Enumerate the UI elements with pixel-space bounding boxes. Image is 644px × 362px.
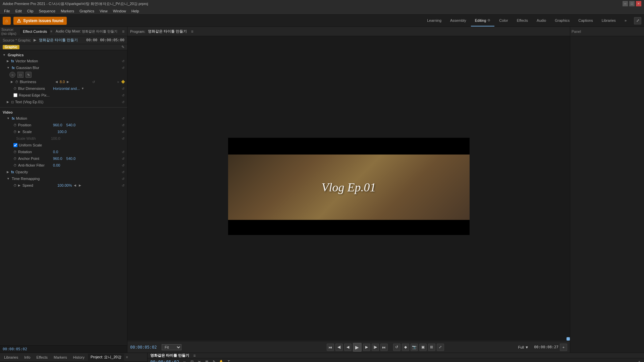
blur-dim-stopwatch[interactable]: ⏱ [13,87,17,90]
play-fwd-btn[interactable]: ▶ [363,344,370,351]
rotation-reset[interactable]: ↺ [122,150,124,154]
blurriness-stopwatch[interactable]: ⏱ [15,80,18,84]
position-x[interactable]: 960.0 [53,123,62,127]
tab-editing[interactable]: Editing ⚙ [471,15,495,26]
tab-graphics[interactable]: Graphics [551,15,574,26]
pos-stopwatch[interactable]: ⏱ [13,123,17,127]
menu-help[interactable]: Help [129,8,142,14]
text-reset[interactable]: ↺ [122,100,124,104]
camera-btn[interactable]: 📷 [411,344,418,351]
slip-tool[interactable]: ⊞ [203,358,210,362]
timeline-time-display[interactable]: 00:00:05:02 [149,359,180,362]
pen-tool[interactable]: ✎ [211,358,217,362]
system-issues-button[interactable]: ⚠ System issues found [13,17,67,25]
blurriness-reset[interactable]: ↺ [92,80,95,84]
menu-edit[interactable]: Edit [13,8,24,14]
maximize-panel-button[interactable]: ⤢ [634,17,641,24]
tab-libraries[interactable]: Libraries [598,15,620,26]
minimize-button[interactable]: ─ [623,1,628,6]
tab-learning[interactable]: Learning [423,15,445,26]
anchor-stopwatch[interactable]: ⏱ [13,157,17,161]
maximize-button[interactable]: □ [629,1,635,6]
blurriness-prev[interactable]: ◀ [55,80,58,83]
menu-graphics[interactable]: Graphics [77,8,97,14]
scale-value[interactable]: 100.0 [57,130,67,134]
marker-btn[interactable]: ◆ [402,344,409,351]
play-back-btn[interactable]: ◀ [344,344,352,351]
blurriness-extra[interactable]: » [117,80,119,84]
rotation-value[interactable]: 0.0 [53,150,58,154]
hand-tool[interactable]: ✋ [218,358,225,362]
tab-history[interactable]: History [70,354,87,360]
position-reset[interactable]: ↺ [122,123,124,127]
clip-edit-icon[interactable]: ✎ [121,45,124,49]
export-frame-btn[interactable]: ▣ [419,344,427,351]
home-icon[interactable]: ⌂ [3,17,11,25]
monitor-timebar-cursor[interactable] [567,337,570,341]
add-track-btn[interactable]: + [636,358,643,362]
timeline-menu-icon[interactable]: ≡ [193,353,196,358]
menu-markers[interactable]: Markers [58,8,77,14]
play-btn[interactable]: ▶ [353,343,362,352]
speed-next[interactable]: ▶ [78,184,82,187]
pen-shape-btn[interactable]: ✎ [25,72,32,78]
razor-tool[interactable]: ✂ [196,358,203,362]
scale-stopwatch[interactable]: ⏱ [13,130,17,134]
ripple-edit-tool[interactable]: ⊡ [189,358,195,362]
rot-stopwatch[interactable]: ⏱ [13,150,17,154]
opacity-reset[interactable]: ↺ [122,170,124,174]
rect-shape-btn[interactable]: □ [17,72,23,78]
source-name[interactable]: 영화같은 타이틀 만들기 [39,38,78,43]
uniform-scale-checkbox[interactable] [13,143,17,147]
go-to-end-btn[interactable]: ⏭ [380,344,388,351]
go-to-start-btn[interactable]: ⏮ [327,344,334,351]
fit-dropdown[interactable]: Fit 25% 50% 100% [162,344,181,350]
menu-window[interactable]: Window [110,8,129,14]
current-time-left-panel[interactable]: 00:00:05:02 [0,345,127,353]
anchor-reset[interactable]: ↺ [122,157,124,161]
anchor-x[interactable]: 960.0 [53,157,62,161]
speed-reset[interactable]: ↺ [122,184,124,187]
blur-dimensions-value[interactable]: Horizontal and... [53,86,80,90]
loop-btn[interactable]: ↺ [393,344,400,351]
blurriness-value[interactable]: 8.0 [60,80,65,84]
tab-effects[interactable]: Effects [34,354,50,360]
tab-audio[interactable]: Audio [533,15,550,26]
gaussian-reset[interactable]: ↺ [122,66,124,70]
tab-project[interactable]: Project: 요니_20강 [88,354,124,361]
settings-btn[interactable]: ⊞ [428,344,435,351]
fx-opacity[interactable]: ▶ fx Opacity ↺ [0,169,127,175]
fullscreen-btn[interactable]: ⤢ [437,344,444,351]
step-fwd-frame-btn[interactable]: |▶ [372,344,379,351]
fx-group-graphics-header[interactable]: ▼ Graphics [0,52,127,58]
fx-time-remapping[interactable]: ▼ Time Remapping ↺ [0,175,127,182]
time-remap-reset[interactable]: ↺ [122,177,124,181]
monitor-time-current[interactable]: 00:00:05:02 [130,345,160,350]
add-marker-right-btn[interactable]: + [560,344,567,351]
monitor-quality-dropdown[interactable]: Full ▼ [518,345,529,349]
blurriness-next[interactable]: ▶ [66,80,70,83]
menu-sequence[interactable]: Sequence [36,8,58,14]
type-tool[interactable]: T [225,358,232,362]
menu-view[interactable]: View [97,8,110,14]
tab-libraries[interactable]: Libraries [1,354,21,360]
fx-text[interactable]: ▶ ⊡ Text (Vlog Ep.01) ↺ [0,99,127,105]
motion-reset[interactable]: ↺ [122,117,124,120]
vector-reset[interactable]: ↺ [122,59,124,63]
blurriness-keyframe[interactable] [121,80,125,83]
tab-color[interactable]: Color [495,15,512,26]
anchor-y[interactable]: 540.0 [66,157,76,161]
tab-audio-clip-mixer[interactable]: Audio Clip Mixer: 영화같은 타이틀 만들기 [53,28,120,35]
repeat-edge-reset[interactable]: ↺ [122,94,124,97]
antiflicker-stopwatch[interactable]: ⏱ [13,164,17,167]
scale-reset[interactable]: ↺ [122,130,124,134]
blur-dim-reset[interactable]: ↺ [122,87,124,90]
speed-value[interactable]: 100.00% [57,183,72,187]
fx-group-video-header[interactable]: Video [0,110,127,115]
tab-effect-controls[interactable]: Effect Controls [20,28,50,35]
blur-dim-dropdown[interactable]: ▼ [81,87,84,90]
speed-prev[interactable]: ◀ [73,184,77,187]
tab-info[interactable]: Info [21,354,33,360]
fx-vector-motion[interactable]: ▶ fx Vector Motion ↺ [0,58,127,64]
speed-stopwatch[interactable]: ⏱ [13,184,17,187]
